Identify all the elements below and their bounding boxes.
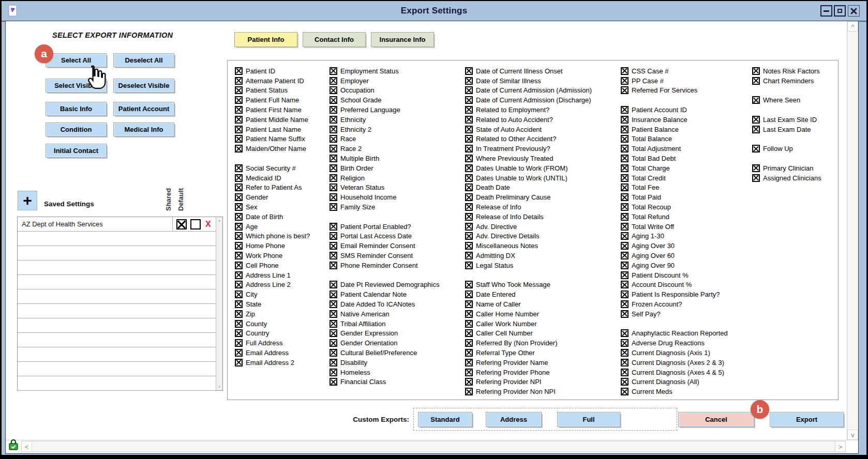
export-field-item[interactable]: Adv. Directive Details <box>465 232 592 241</box>
export-field-item[interactable]: Home Phone <box>235 241 310 251</box>
export-field-item[interactable]: Total Recoup <box>621 202 728 212</box>
empty-saved-setting-row[interactable] <box>18 333 216 347</box>
checked-checkbox[interactable] <box>235 164 243 172</box>
checked-checkbox[interactable] <box>330 378 337 386</box>
export-field-item[interactable]: Address Line 2 <box>235 280 310 290</box>
export-field-item[interactable]: Employment Status <box>330 66 439 76</box>
checked-checkbox[interactable] <box>465 339 473 347</box>
checked-checkbox[interactable] <box>621 310 628 318</box>
export-field-item[interactable]: County <box>235 319 310 329</box>
export-field-item[interactable]: Date Added To ICANotes <box>330 299 439 309</box>
export-field-item[interactable]: Chart Reminders <box>752 76 821 86</box>
checked-checkbox[interactable] <box>621 242 628 250</box>
export-field-item[interactable]: Account Discount % <box>621 280 728 290</box>
checked-checkbox[interactable] <box>330 252 337 259</box>
checked-checkbox[interactable] <box>465 223 473 231</box>
export-field-item[interactable]: Refering Provider Phone <box>465 368 592 377</box>
export-field-item[interactable]: Legal Status <box>465 261 592 270</box>
export-field-item[interactable]: Total Credit <box>621 173 728 183</box>
export-field-item[interactable]: Date of Birth <box>235 212 310 222</box>
shared-checkbox[interactable] <box>176 219 187 230</box>
checked-checkbox[interactable] <box>235 262 243 269</box>
export-field-item[interactable]: Where Seen <box>752 95 821 105</box>
export-field-item[interactable]: Zip <box>235 309 310 319</box>
export-field-item[interactable]: Refering Provider NPI <box>465 377 592 387</box>
close-button[interactable] <box>848 5 860 17</box>
saved-list-scrollbar[interactable]: ▲ ▼ <box>216 217 222 390</box>
delete-saved-setting-button[interactable]: X <box>205 220 211 228</box>
empty-saved-setting-row[interactable] <box>18 347 216 362</box>
empty-saved-setting-row[interactable] <box>18 275 216 289</box>
export-field-item[interactable]: Cell Phone <box>235 261 310 270</box>
checked-checkbox[interactable] <box>330 290 337 298</box>
horizontal-scrollbar[interactable]: < > <box>21 441 846 452</box>
export-field-item[interactable]: Social Security # <box>235 163 310 173</box>
export-field-item[interactable]: Patient Last Name <box>235 125 310 134</box>
empty-saved-setting-row[interactable] <box>18 261 216 275</box>
export-field-item[interactable]: Homeless <box>330 368 439 377</box>
export-field-item[interactable]: Admitting DX <box>465 251 592 261</box>
checked-checkbox[interactable] <box>465 329 473 337</box>
empty-saved-setting-row[interactable] <box>18 362 216 376</box>
export-field-item[interactable]: Follow Up <box>752 144 821 154</box>
export-button[interactable]: Export <box>770 412 844 427</box>
checked-checkbox[interactable] <box>621 67 628 75</box>
export-field-item[interactable]: Ethnicity <box>330 115 439 125</box>
export-field-item[interactable]: Caller Home Number <box>465 309 592 319</box>
export-field-item[interactable]: Medicaid ID <box>235 173 310 183</box>
checked-checkbox[interactable] <box>235 242 243 250</box>
checked-checkbox[interactable] <box>330 300 337 308</box>
default-checkbox[interactable] <box>190 219 201 230</box>
export-field-item[interactable]: Disability <box>330 358 439 368</box>
export-field-item[interactable]: School Grade <box>330 95 439 105</box>
checked-checkbox[interactable] <box>621 300 628 308</box>
checked-checkbox[interactable] <box>330 281 337 288</box>
export-field-item[interactable]: Patient ID <box>235 66 310 76</box>
checked-checkbox[interactable] <box>752 116 760 124</box>
checked-checkbox[interactable] <box>752 67 760 75</box>
checked-checkbox[interactable] <box>330 232 337 240</box>
scroll-up-icon[interactable]: ^ <box>847 21 858 32</box>
export-field-item[interactable]: Patient Portal Enabled? <box>330 222 439 232</box>
vertical-scrollbar[interactable]: ^ v <box>847 21 858 440</box>
export-field-item[interactable]: Address Line 1 <box>235 270 310 280</box>
checked-checkbox[interactable] <box>621 252 628 259</box>
export-field-item[interactable]: Household Income <box>330 192 439 202</box>
checked-checkbox[interactable] <box>330 183 337 191</box>
checked-checkbox[interactable] <box>235 116 243 124</box>
export-field-item[interactable]: Patient Account ID <box>621 105 728 115</box>
category-tab[interactable]: Patient Info <box>234 32 297 47</box>
export-field-item[interactable]: Date of Similar Illness <box>465 76 592 86</box>
add-saved-setting-button[interactable]: + <box>18 191 37 210</box>
export-field-item[interactable]: Race <box>330 134 439 144</box>
checked-checkbox[interactable] <box>465 126 473 133</box>
checked-checkbox[interactable] <box>621 126 628 133</box>
scroll-up-icon[interactable]: ▲ <box>216 218 222 223</box>
export-field-item[interactable]: Refering Provider Name <box>465 358 592 368</box>
export-field-item[interactable]: Patient Middle Name <box>235 115 310 125</box>
checked-checkbox[interactable] <box>465 242 473 250</box>
checked-checkbox[interactable] <box>465 96 473 104</box>
export-field-item[interactable]: Gender Expression <box>330 329 439 339</box>
checked-checkbox[interactable] <box>235 339 243 347</box>
checked-checkbox[interactable] <box>621 86 628 94</box>
checked-checkbox[interactable] <box>752 145 760 152</box>
export-field-item[interactable]: Aging 1-30 <box>621 232 728 241</box>
checked-checkbox[interactable] <box>330 359 337 366</box>
export-field-item[interactable]: Multiple Birth <box>330 154 439 163</box>
checked-checkbox[interactable] <box>621 262 628 269</box>
export-field-item[interactable]: Veteran Status <box>330 183 439 193</box>
checked-checkbox[interactable] <box>465 232 473 240</box>
checked-checkbox[interactable] <box>465 203 473 211</box>
category-tab[interactable]: Insurance Info <box>371 32 434 47</box>
export-field-item[interactable]: Total Adjustment <box>621 144 728 154</box>
export-field-item[interactable]: Tribal Affiliation <box>330 319 439 329</box>
checked-checkbox[interactable] <box>621 232 628 240</box>
checked-checkbox[interactable] <box>235 203 243 211</box>
checked-checkbox[interactable] <box>465 320 473 328</box>
export-field-item[interactable]: Referral Type Other <box>465 348 592 358</box>
export-field-item[interactable]: Phone Reminder Consent <box>330 261 439 270</box>
checked-checkbox[interactable] <box>235 96 243 104</box>
export-field-item[interactable]: Full Address <box>235 338 310 348</box>
export-field-item[interactable]: Email Address 2 <box>235 358 310 368</box>
